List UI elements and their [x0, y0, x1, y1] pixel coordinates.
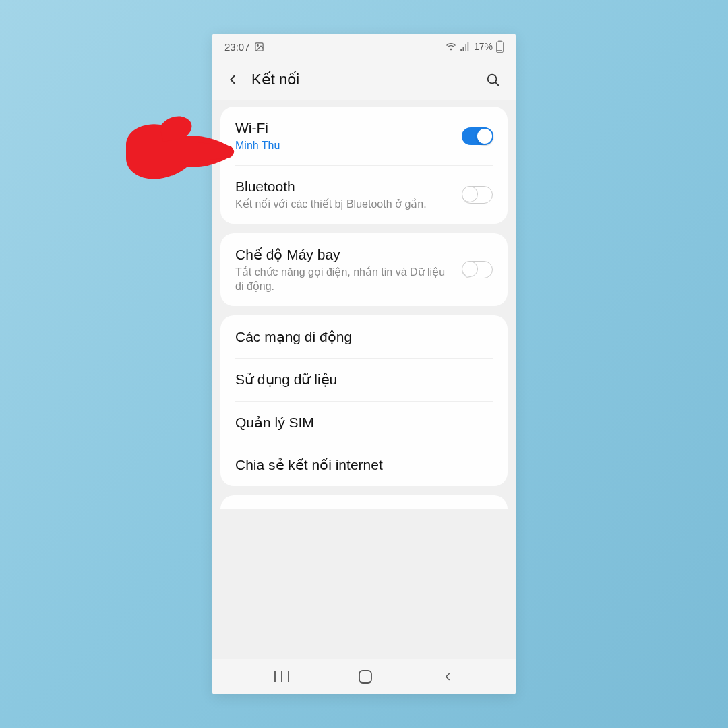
settings-group: Chế độ Máy bay Tắt chức năng gọi điện, n…	[220, 233, 508, 306]
page-title: Kết nối	[251, 71, 474, 88]
status-right: 17%	[446, 40, 504, 53]
toggle-divider	[452, 127, 452, 146]
navigation-bar	[212, 659, 516, 694]
search-button[interactable]	[479, 66, 506, 93]
data-usage-row[interactable]: Sử dụng dữ liệu	[220, 358, 508, 400]
status-left: 23:07	[224, 41, 264, 53]
image-icon	[254, 42, 264, 52]
battery-percent: 17%	[474, 41, 493, 52]
settings-group: Các mạng di động Sử dụng dữ liệu Quản lý…	[220, 315, 508, 486]
search-icon	[485, 72, 500, 87]
recents-icon	[274, 671, 289, 683]
row-title: Bluetooth	[235, 177, 452, 195]
settings-group-partial	[220, 495, 508, 509]
settings-content: Wi-Fi Minh Thu Bluetooth Kết nối với các…	[212, 100, 516, 659]
back-icon	[442, 671, 454, 683]
sim-management-row[interactable]: Quản lý SIM	[220, 401, 508, 444]
nav-back-button[interactable]	[442, 671, 454, 683]
row-title: Chế độ Máy bay	[235, 245, 452, 264]
row-subtitle: Tắt chức năng gọi điện, nhắn tin và Dữ l…	[235, 266, 452, 294]
toggle-divider	[452, 260, 452, 279]
row-title: Chia sẻ kết nối internet	[235, 456, 493, 474]
svg-point-1	[257, 44, 258, 46]
signal-icon	[460, 41, 471, 52]
chevron-left-icon	[225, 72, 240, 87]
bluetooth-toggle[interactable]	[462, 186, 493, 204]
app-header: Kết nối	[212, 59, 516, 100]
row-title: Các mạng di động	[235, 328, 493, 346]
airplane-mode-row[interactable]: Chế độ Máy bay Tắt chức năng gọi điện, n…	[220, 233, 508, 306]
row-title: Quản lý SIM	[235, 413, 493, 431]
wifi-row[interactable]: Wi-Fi Minh Thu	[220, 107, 508, 165]
phone-frame: 23:07 17% Kết nối Wi-Fi Minh Thu	[212, 34, 516, 694]
home-icon	[359, 670, 372, 684]
recents-button[interactable]	[274, 671, 289, 683]
row-title: Sử dụng dữ liệu	[235, 370, 493, 388]
row-subtitle: Kết nối với các thiết bị Bluetooth ở gần…	[235, 198, 452, 212]
svg-rect-3	[498, 41, 502, 42]
svg-rect-10	[359, 671, 371, 683]
home-button[interactable]	[359, 670, 372, 684]
back-button[interactable]	[219, 66, 246, 93]
row-title: Wi-Fi	[235, 119, 452, 137]
svg-rect-4	[497, 50, 502, 51]
status-time: 23:07	[224, 41, 250, 53]
mobile-networks-row[interactable]: Các mạng di động	[220, 315, 508, 358]
battery-icon	[496, 40, 504, 53]
toggle-divider	[452, 185, 452, 204]
row-subtitle: Minh Thu	[235, 139, 452, 153]
settings-group: Wi-Fi Minh Thu Bluetooth Kết nối với các…	[220, 107, 508, 224]
svg-line-6	[495, 82, 499, 86]
wifi-toggle[interactable]	[462, 127, 493, 145]
airplane-toggle[interactable]	[462, 261, 493, 278]
bluetooth-row[interactable]: Bluetooth Kết nối với các thiết bị Bluet…	[220, 165, 508, 224]
status-bar: 23:07 17%	[212, 34, 516, 59]
wifi-icon	[446, 41, 456, 52]
tethering-row[interactable]: Chia sẻ kết nối internet	[220, 444, 508, 486]
